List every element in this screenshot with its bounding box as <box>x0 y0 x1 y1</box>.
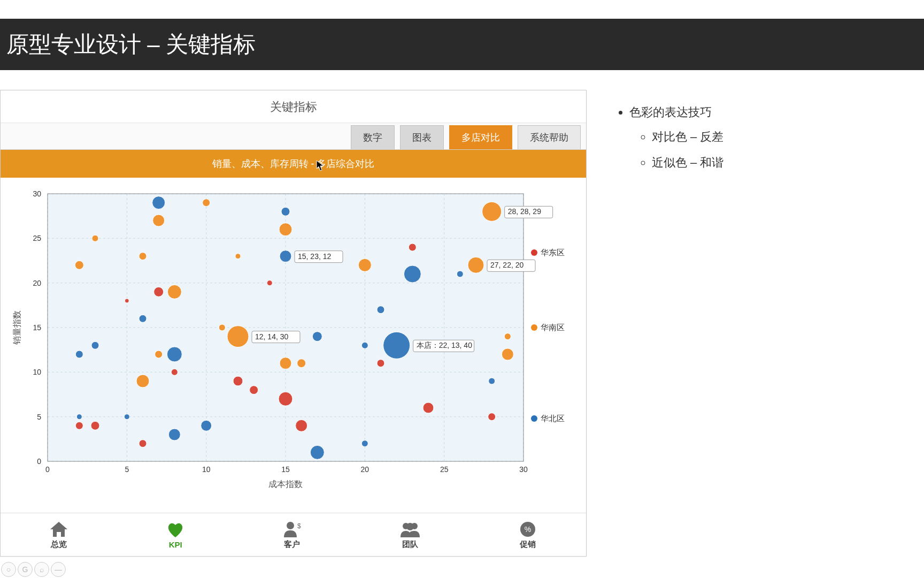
bubble[interactable] <box>92 235 98 241</box>
bubble[interactable] <box>235 254 241 259</box>
bubble[interactable] <box>171 369 178 375</box>
bubble[interactable] <box>76 414 82 420</box>
bubble[interactable] <box>361 440 368 447</box>
bubble[interactable] <box>202 199 210 207</box>
bubble[interactable] <box>281 207 290 216</box>
svg-text:10: 10 <box>202 465 210 474</box>
svg-point-44 <box>531 324 537 331</box>
bubble[interactable] <box>136 375 149 387</box>
nav-overview[interactable]: 总览 <box>48 520 70 550</box>
toolbar-btn-1[interactable]: ○ <box>1 562 16 577</box>
svg-text:$: $ <box>297 522 301 530</box>
svg-text:20: 20 <box>33 279 41 287</box>
bubble[interactable] <box>377 360 384 367</box>
bubble[interactable] <box>423 402 434 413</box>
bubble[interactable] <box>167 347 182 362</box>
bubble[interactable] <box>139 440 147 447</box>
nav-kpi[interactable]: KPI <box>165 521 186 549</box>
nav-kpi-label: KPI <box>165 540 186 549</box>
toolbar-btn-2[interactable]: G <box>18 562 33 577</box>
nav-promo-label: 促销 <box>517 539 538 550</box>
svg-text:5: 5 <box>125 465 129 474</box>
svg-text:15, 23, 12: 15, 23, 12 <box>298 252 331 261</box>
group-icon <box>398 520 422 538</box>
annot-28-28: 28, 28, 29 <box>504 206 552 218</box>
nav-promo[interactable]: % 促销 <box>517 520 538 550</box>
slide-notes: 色彩的表达技巧 对比色 – 反差 近似色 – 和谐 <box>618 104 885 180</box>
tab-chart[interactable]: 图表 <box>400 125 444 149</box>
notes-item-2: 近似色 – 和谐 <box>652 155 885 171</box>
bubble[interactable] <box>139 253 147 260</box>
nav-team[interactable]: 团队 <box>398 520 422 550</box>
app-panel: 关键指标 数字 图表 多店对比 系统帮助 销量、成本、库存周转 - 多店综合对比… <box>0 90 587 557</box>
bubble[interactable] <box>482 202 501 221</box>
slide-toolbar: ○ G ⌕ — <box>0 561 67 578</box>
bubble[interactable] <box>152 196 165 209</box>
bubble[interactable] <box>139 315 147 322</box>
bubble[interactable] <box>279 392 292 406</box>
home-icon <box>48 520 70 538</box>
bubble[interactable] <box>249 386 258 394</box>
tab-help[interactable]: 系统帮助 <box>518 125 581 149</box>
bubble[interactable] <box>457 271 463 277</box>
person-dollar-icon: $ <box>281 520 303 538</box>
bubble[interactable] <box>267 280 272 286</box>
bubble[interactable] <box>91 341 99 349</box>
bubble[interactable] <box>219 324 225 331</box>
nav-customer[interactable]: $ 客户 <box>281 520 303 550</box>
svg-text:本店：22, 13, 40: 本店：22, 13, 40 <box>416 341 472 349</box>
bubble[interactable] <box>153 287 163 296</box>
svg-text:华东区: 华东区 <box>541 248 565 257</box>
notes-item-2-text: 近似色 – 和谐 <box>652 156 723 169</box>
tab-numbers[interactable]: 数字 <box>351 125 395 149</box>
bubble[interactable] <box>75 261 83 269</box>
bubble[interactable] <box>312 332 322 341</box>
bubble[interactable] <box>297 359 305 368</box>
bubble[interactable] <box>167 285 181 299</box>
bubble[interactable] <box>409 244 416 251</box>
bubble[interactable] <box>91 421 99 430</box>
bubble[interactable] <box>155 351 162 358</box>
bubble[interactable] <box>295 420 307 431</box>
bubble[interactable] <box>488 378 495 384</box>
svg-text:销量指数: 销量指数 <box>12 310 21 345</box>
bubble[interactable] <box>383 332 410 359</box>
notes-title-text: 色彩的表达技巧 <box>629 105 712 119</box>
bubble[interactable] <box>280 358 291 369</box>
bubble[interactable] <box>280 250 291 262</box>
bubble[interactable] <box>201 420 211 431</box>
notes-title: 色彩的表达技巧 对比色 – 反差 近似色 – 和谐 <box>629 104 885 171</box>
svg-text:10: 10 <box>33 368 41 376</box>
toolbar-btn-3[interactable]: ⌕ <box>34 562 49 577</box>
bubble[interactable] <box>377 306 384 314</box>
svg-text:华南区: 华南区 <box>541 323 565 332</box>
bubble[interactable] <box>233 376 243 386</box>
heart-icon <box>165 521 186 539</box>
bubble[interactable] <box>310 445 324 459</box>
svg-text:0: 0 <box>37 457 41 466</box>
bubble[interactable] <box>504 333 511 340</box>
bubble[interactable] <box>404 265 421 283</box>
tabbar: 数字 图表 多店对比 系统帮助 <box>1 123 586 150</box>
svg-text:15: 15 <box>33 323 41 332</box>
notes-item-1-text: 对比色 – 反差 <box>652 130 723 143</box>
svg-text:25: 25 <box>33 234 41 242</box>
svg-text:%: % <box>525 525 531 534</box>
bubble[interactable] <box>125 299 129 303</box>
bubble[interactable] <box>168 429 180 440</box>
bubble[interactable] <box>361 342 368 348</box>
bubble[interactable] <box>488 413 495 421</box>
tab-multistore[interactable]: 多店对比 <box>449 125 512 149</box>
bubble[interactable] <box>358 258 371 271</box>
bubble[interactable] <box>468 257 484 273</box>
annot-27-22: 27, 22, 20 <box>487 260 535 271</box>
bubble[interactable] <box>152 215 164 226</box>
bubble[interactable] <box>279 223 292 236</box>
bubble[interactable] <box>502 348 513 360</box>
bubble[interactable] <box>227 326 249 347</box>
bubble[interactable] <box>75 422 83 429</box>
nav-team-label: 团队 <box>398 539 422 550</box>
bubble[interactable] <box>124 414 129 420</box>
toolbar-btn-4[interactable]: — <box>51 562 66 577</box>
bubble[interactable] <box>75 351 83 358</box>
